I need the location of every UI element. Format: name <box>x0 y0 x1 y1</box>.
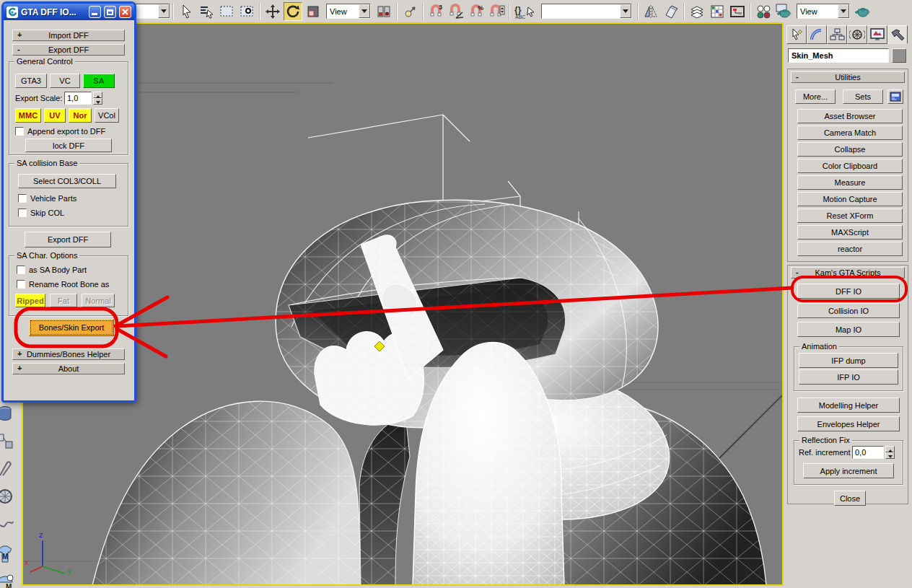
object-color-swatch[interactable] <box>892 48 906 63</box>
pin-tool-icon[interactable] <box>0 458 16 480</box>
dummies-bones-rollout[interactable]: + Dummies/Bones Helper <box>12 348 125 360</box>
bones-skin-export-button[interactable]: Bones/Skin Export <box>29 319 114 336</box>
ifp-io-button[interactable]: IFP IO <box>799 369 898 385</box>
minimize-button[interactable] <box>89 6 101 18</box>
select-col3-button[interactable]: Select COL3/COLL <box>18 174 116 188</box>
tab-display[interactable] <box>867 25 887 44</box>
quick-render-icon[interactable] <box>854 2 872 21</box>
tab-hierarchy[interactable] <box>827 25 847 44</box>
export-dff-button[interactable]: Export DFF <box>25 232 111 247</box>
angle-snap-toggle-icon[interactable] <box>447 2 465 21</box>
measure-button[interactable]: Measure <box>797 175 903 190</box>
export-dff-rollout[interactable]: - Export DFF <box>12 44 125 56</box>
maxscript-button[interactable]: MAXScript <box>797 225 903 240</box>
tab-motion[interactable] <box>847 25 867 44</box>
collision-io-button[interactable]: Collision IO <box>797 303 900 318</box>
gta3-button[interactable]: GTA3 <box>15 74 47 88</box>
sets-button[interactable]: Sets <box>843 89 883 104</box>
export-scale-field[interactable]: 1,0 <box>64 92 92 105</box>
uv-flag-button[interactable]: UV <box>44 108 66 123</box>
mmc-flag-button[interactable]: MMC <box>15 108 41 123</box>
named-selection-dropdown[interactable] <box>541 4 632 19</box>
cylinder-tool-icon[interactable] <box>0 403 16 425</box>
cap-modifier-icon[interactable]: M <box>0 571 16 588</box>
character-mesh <box>92 200 766 584</box>
lock-dff-button[interactable]: lock DFF <box>25 139 112 152</box>
render-setup-icon[interactable] <box>774 2 793 21</box>
align-icon[interactable] <box>662 2 680 21</box>
motion-capture-button[interactable]: Motion Capture <box>797 192 903 206</box>
modelling-helper-button[interactable]: Modelling Helper <box>797 398 900 413</box>
more-button[interactable]: More... <box>795 89 836 104</box>
spinner-snap-toggle-icon[interactable] <box>487 2 506 21</box>
import-dff-rollout[interactable]: + Import DFF <box>12 30 125 41</box>
reset-xform-button[interactable]: Reset XForm <box>797 209 903 223</box>
sa-body-part-checkbox[interactable]: as SA Body Part <box>17 266 87 274</box>
asset-browser-button[interactable]: Asset Browser <box>797 109 903 123</box>
vehicle-parts-checkbox[interactable]: Vehicle Parts <box>18 194 76 203</box>
nor-flag-button[interactable]: Nor <box>69 108 92 123</box>
percent-snap-toggle-icon[interactable]: % <box>467 2 486 21</box>
select-and-rotate-icon[interactable] <box>284 2 302 21</box>
schematic-view-icon[interactable] <box>728 2 747 21</box>
tab-create[interactable] <box>786 25 807 44</box>
vcol-flag-button[interactable]: VCol <box>95 108 119 123</box>
mirror-icon[interactable] <box>641 2 660 21</box>
viewport-canvas: z x y <box>23 24 782 584</box>
about-rollout[interactable]: + About <box>12 363 125 374</box>
wheel-tool-icon[interactable] <box>0 486 16 507</box>
modifier-set-dropdown[interactable] <box>133 4 170 19</box>
use-pivot-point-icon[interactable] <box>374 2 393 21</box>
utilities-rollout-header[interactable]: - Utilities <box>791 71 905 83</box>
dff-io-button[interactable]: DFF IO <box>797 284 900 299</box>
tab-utilities[interactable] <box>887 25 908 44</box>
skip-col-checkbox[interactable]: Skip COL <box>18 209 64 217</box>
tab-modify[interactable] <box>807 25 827 44</box>
svg-text:{}: {} <box>514 5 522 15</box>
select-object-icon[interactable] <box>177 2 196 21</box>
maximize-button[interactable] <box>104 6 116 18</box>
normal-button[interactable]: Normal <box>82 294 115 307</box>
edit-named-selections-icon[interactable]: {}ABC <box>513 2 538 21</box>
select-and-manipulate-icon[interactable] <box>400 2 419 21</box>
vc-button[interactable]: VC <box>50 74 80 88</box>
camera-match-button[interactable]: Camera Match <box>797 126 903 140</box>
append-export-checkbox[interactable]: Append export to DFF <box>15 127 105 136</box>
kams-rollout-frame: - Kam's GTA Scripts DFF IO Collision IO … <box>787 265 908 504</box>
map-io-button[interactable]: Map IO <box>797 322 900 337</box>
rename-root-bone-checkbox[interactable]: Rename Root Bone as <box>17 280 109 289</box>
ifp-dump-button[interactable]: IFP dump <box>799 353 898 368</box>
cloth-modifier-icon[interactable]: M <box>0 543 16 565</box>
utilities-config-icon[interactable] <box>887 89 903 104</box>
ripped-button[interactable]: Ripped <box>15 294 45 307</box>
collapse-button[interactable]: Collapse <box>797 142 903 157</box>
rectangular-selection-region-icon[interactable] <box>217 2 236 21</box>
select-by-name-icon[interactable] <box>197 2 216 21</box>
color-clipboard-button[interactable]: Color Clipboard <box>797 159 903 173</box>
material-editor-icon[interactable] <box>754 2 773 21</box>
fat-button[interactable]: Fat <box>50 294 77 307</box>
sa-button[interactable]: SA <box>83 74 115 88</box>
object-name-field[interactable]: Skin_Mesh <box>788 48 889 63</box>
render-view-dropdown[interactable]: View <box>797 4 850 19</box>
curve-editor-icon[interactable] <box>708 2 727 21</box>
chevron-down-icon <box>158 4 170 18</box>
dialog-title-bar[interactable]: GTA DFF IO... <box>4 4 134 20</box>
select-and-scale-icon[interactable] <box>304 2 323 21</box>
spring-tool-icon[interactable] <box>0 513 16 535</box>
ref-increment-spinner[interactable] <box>885 446 895 459</box>
reactor-button[interactable]: reactor <box>797 242 903 256</box>
reference-coordinate-dropdown[interactable]: View <box>326 4 371 19</box>
kams-rollout-header[interactable]: - Kam's GTA Scripts <box>791 267 905 278</box>
select-and-move-icon[interactable] <box>263 2 282 21</box>
close-button[interactable]: Close <box>834 491 866 506</box>
snaps-toggle-icon[interactable]: 3 <box>426 2 445 21</box>
apply-increment-button[interactable]: Apply increment <box>803 463 894 478</box>
close-window-icon[interactable] <box>119 6 131 18</box>
selection-filter-icon[interactable] <box>237 2 256 21</box>
export-scale-spinner[interactable] <box>93 92 102 105</box>
envelopes-helper-button[interactable]: Envelopes Helper <box>797 416 900 431</box>
linked-boxes-icon[interactable] <box>0 431 16 452</box>
layer-manager-icon[interactable] <box>688 2 706 21</box>
ref-increment-field[interactable]: 0,0 <box>852 446 884 459</box>
